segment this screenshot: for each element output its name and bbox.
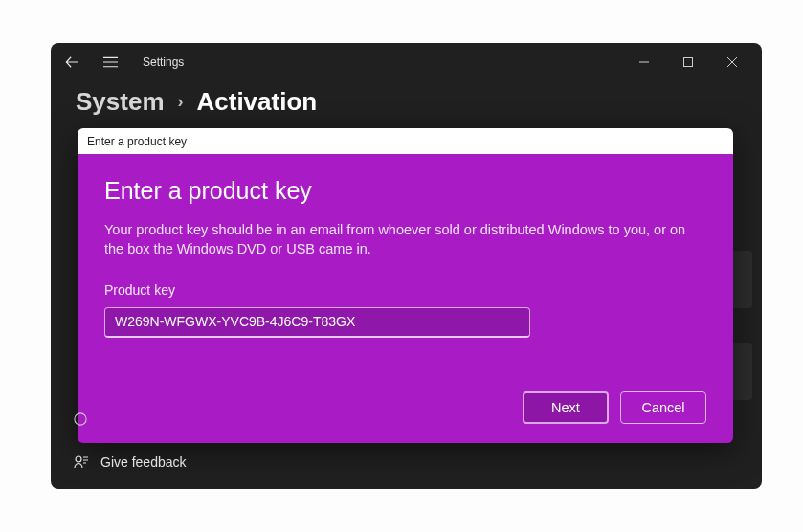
product-key-label: Product key (104, 282, 706, 298)
chevron-right-icon: › (178, 92, 184, 112)
maximize-icon (683, 57, 693, 67)
breadcrumb: System › Activation (51, 81, 762, 130)
product-key-input[interactable] (104, 307, 530, 338)
hamburger-icon (103, 56, 118, 68)
feedback-icon (74, 454, 89, 470)
next-button[interactable]: Next (523, 391, 609, 424)
give-feedback-link[interactable]: Give feedback (74, 454, 187, 470)
minimize-icon (639, 57, 649, 67)
dialog-description: Your product key should be in an email f… (104, 220, 698, 259)
dialog-caption: Enter a product key (78, 128, 733, 154)
window-controls (622, 47, 754, 78)
titlebar-left: Settings (58, 49, 184, 76)
feedback-label: Give feedback (100, 454, 187, 470)
close-icon (727, 57, 737, 67)
minimize-button[interactable] (622, 47, 666, 78)
svg-rect-4 (684, 58, 693, 67)
product-key-dialog: Enter a product key Enter a product key … (78, 128, 733, 443)
cancel-button[interactable]: Cancel (620, 391, 706, 424)
back-button[interactable] (58, 49, 85, 76)
breadcrumb-root[interactable]: System (76, 87, 165, 117)
maximize-button[interactable] (666, 47, 710, 78)
svg-point-7 (75, 413, 86, 425)
menu-button[interactable] (97, 49, 123, 76)
dialog-body: Enter a product key Your product key sho… (78, 154, 733, 443)
help-icon[interactable] (74, 412, 87, 430)
breadcrumb-current: Activation (197, 87, 318, 117)
dialog-buttons: Next Cancel (104, 391, 706, 424)
close-button[interactable] (710, 47, 754, 78)
titlebar: Settings (51, 43, 762, 81)
svg-point-8 (76, 456, 81, 462)
dialog-title: Enter a product key (104, 177, 706, 205)
back-arrow-icon (65, 55, 78, 69)
settings-window: Settings System › Activati (51, 43, 762, 489)
app-title: Settings (143, 55, 184, 69)
